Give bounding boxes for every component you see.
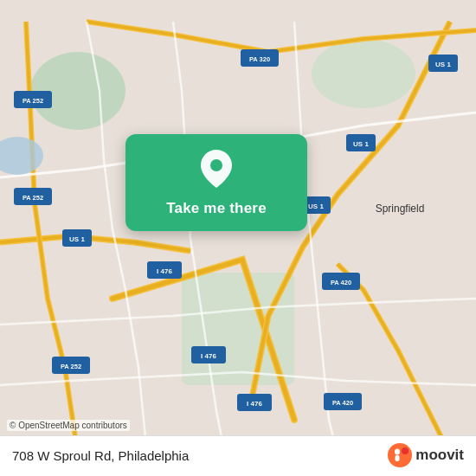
svg-text:PA 252: PA 252 [23,97,43,105]
svg-text:Springfield: Springfield [376,203,425,215]
svg-point-33 [388,443,412,467]
moovit-logo: moovit [388,443,464,467]
svg-point-1 [312,39,415,108]
take-me-there-card[interactable]: Take me there [125,134,307,231]
svg-text:US 1: US 1 [69,235,85,243]
svg-text:PA 420: PA 420 [331,279,351,286]
svg-text:I 476: I 476 [247,400,262,408]
svg-text:I 476: I 476 [201,352,216,360]
svg-text:US 1: US 1 [308,203,324,210]
svg-point-36 [402,447,408,454]
svg-text:PA 420: PA 420 [332,399,353,407]
svg-text:PA 252: PA 252 [23,194,43,202]
svg-text:US 1: US 1 [353,140,369,148]
moovit-logo-icon [388,443,412,467]
bottom-bar: 708 W Sproul Rd, Philadelphia moovit [0,435,476,476]
svg-text:PA 320: PA 320 [249,55,270,63]
svg-text:PA 252: PA 252 [61,363,81,370]
map-container: I 476 I 476 I 476 PA 252 PA 252 PA 252 P… [0,0,476,476]
map-background: I 476 I 476 I 476 PA 252 PA 252 PA 252 P… [0,0,476,476]
svg-text:US 1: US 1 [435,61,451,68]
svg-point-32 [210,159,222,171]
address-label: 708 W Sproul Rd, Philadelphia [12,448,189,463]
take-me-there-button[interactable]: Take me there [166,200,267,217]
svg-text:I 476: I 476 [157,267,172,275]
location-pin-icon [201,150,232,191]
svg-rect-35 [396,455,400,461]
moovit-brand-label: moovit [415,447,464,464]
svg-point-34 [395,449,400,455]
osm-attribution: © OpenStreetMap contributors [7,420,130,431]
